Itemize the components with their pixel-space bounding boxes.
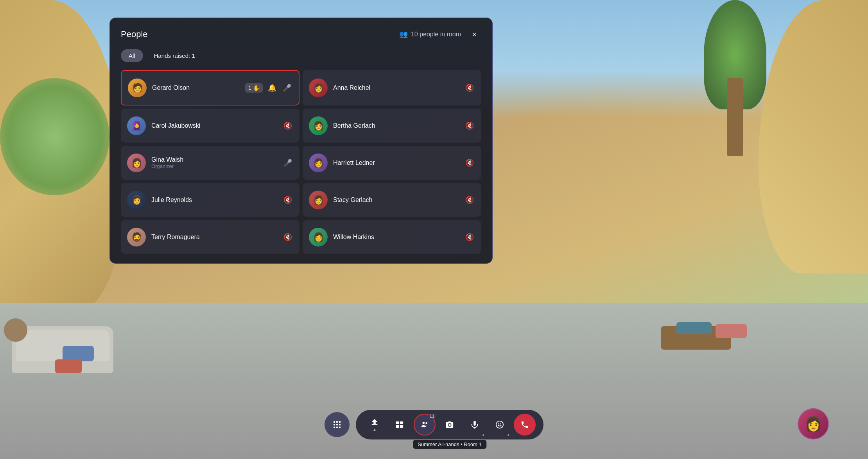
avatar-emoji-stacy: 👩	[313, 195, 324, 205]
person-row-stacy: 👩 Stacy Gerlach 🔇	[303, 183, 481, 217]
gallery-button[interactable]	[389, 414, 411, 436]
grid-view-button[interactable]	[325, 412, 350, 437]
svg-rect-8	[339, 427, 341, 428]
person-info-harriett: Harriett Ledner	[333, 159, 459, 166]
person-name-willow: Willow Harkins	[333, 234, 459, 241]
svg-rect-7	[336, 427, 338, 428]
person-row-willow: 👩 Willow Harkins 🔇	[303, 220, 481, 254]
svg-point-16	[496, 421, 503, 428]
pillow-salmon	[716, 324, 747, 338]
avatar-terry: 🧔	[127, 228, 146, 246]
svg-point-18	[500, 423, 501, 425]
person-name-anna: Anna Reichel	[333, 84, 459, 91]
close-button[interactable]: ×	[467, 27, 481, 41]
avatar-harriett: 👩	[309, 154, 328, 172]
people-count-label: 10 people in room	[411, 31, 461, 38]
person-actions-anna: 🔇	[464, 82, 475, 93]
person-name-harriett: Harriett Ledner	[333, 159, 459, 166]
bell-icon[interactable]: 🔔	[267, 82, 278, 93]
reactions-caret: ▲	[507, 433, 510, 436]
svg-rect-6	[334, 427, 335, 428]
camera-button[interactable]	[439, 414, 461, 436]
person-info-julie: Julie Reynolds	[151, 196, 277, 204]
person-row-terry: 🧔 Terry Romaguera 🔇	[121, 220, 299, 254]
present-button[interactable]: ▲	[364, 414, 386, 436]
avatar-emoji-gerard: 🧑	[132, 83, 143, 93]
mic-icon-gerard[interactable]: 🎤	[282, 82, 292, 93]
hand-emoji: ✋	[253, 85, 260, 91]
mic-muted-harriett[interactable]: 🔇	[464, 157, 475, 168]
end-call-button[interactable]	[514, 414, 536, 436]
avatar-emoji-julie: 👩	[131, 195, 142, 205]
person-row-bertha: 👩 Bertha Gerlach 🔇	[303, 109, 481, 143]
person-name-gerard: Gerard Olson	[152, 84, 240, 91]
avatar-willow: 👩	[309, 228, 328, 246]
mic-muted-carol[interactable]: 🔇	[282, 120, 293, 131]
tree-trunk	[727, 78, 743, 156]
person-role-gina: Organizer	[151, 163, 277, 169]
mic-muted-bertha[interactable]: 🔇	[464, 120, 475, 131]
mic-muted-willow[interactable]: 🔇	[464, 232, 475, 243]
panel-header-right: 👥 10 people in room ×	[399, 27, 481, 41]
avatar-emoji-harriett: 👩	[313, 158, 324, 168]
person-name-terry: Terry Romaguera	[151, 234, 277, 241]
avatar-gerard: 🧑	[128, 79, 147, 97]
person-name-carol: Carol Jakubowski	[151, 122, 277, 129]
mic-muted-anna[interactable]: 🔇	[464, 82, 475, 93]
person-name-julie: Julie Reynolds	[151, 196, 277, 204]
session-label: Summer All-hands • Room 1	[413, 440, 486, 449]
tab-all[interactable]: All	[121, 49, 143, 62]
person-actions-harriett: 🔇	[464, 157, 475, 168]
person-row-gina: 👩 Gina Walsh Organizer 🎤	[121, 146, 299, 180]
grass	[0, 78, 109, 195]
reactions-button[interactable]: ▲	[489, 414, 511, 436]
person-row-julie: 👩 Julie Reynolds 🔇	[121, 183, 299, 217]
person-row-gerard: 🧑 Gerard Olson 1 ✋ 🔔 🎤	[121, 70, 299, 105]
avatar-carol: 🧕	[127, 116, 146, 135]
close-icon: ×	[472, 30, 477, 39]
person-actions-willow: 🔇	[464, 232, 475, 243]
avatar-julie: 👩	[127, 191, 146, 209]
person-name-bertha: Bertha Gerlach	[333, 122, 459, 129]
person-name-gina: Gina Walsh	[151, 156, 277, 163]
people-panel: People 👥 10 people in room × All Hands r…	[109, 18, 493, 264]
hand-raised-badge[interactable]: 1 ✋	[245, 83, 263, 93]
svg-rect-10	[400, 421, 403, 424]
person-name-stacy: Stacy Gerlach	[333, 196, 459, 204]
pillow-blue	[63, 346, 94, 361]
mic-active-gina[interactable]: 🎤	[282, 157, 293, 168]
mic-muted-stacy[interactable]: 🔇	[464, 195, 475, 205]
mic-caret: ▲	[482, 433, 485, 436]
people-button[interactable]: 11	[414, 414, 436, 436]
person-actions-carol: 🔇	[282, 120, 293, 131]
avatar-emoji-terry: 🧔	[131, 232, 142, 242]
user-avatar[interactable]: 👩	[798, 408, 829, 439]
people-grid: 🧑 Gerard Olson 1 ✋ 🔔 🎤 👩 Anna Reichel	[121, 70, 481, 254]
avatar-stacy: 👩	[309, 191, 328, 209]
svg-rect-2	[339, 421, 341, 423]
avatar-gina: 👩	[127, 154, 146, 172]
mic-button[interactable]: ▲	[464, 414, 486, 436]
svg-rect-11	[396, 425, 399, 428]
small-table	[4, 318, 27, 342]
svg-rect-5	[339, 424, 341, 425]
mic-muted-terry[interactable]: 🔇	[282, 232, 293, 243]
svg-point-17	[498, 423, 499, 425]
person-info-stacy: Stacy Gerlach	[333, 196, 459, 204]
person-actions-terry: 🔇	[282, 232, 293, 243]
person-info-bertha: Bertha Gerlach	[333, 122, 459, 129]
svg-point-15	[448, 424, 451, 426]
panel-title: People	[121, 29, 148, 39]
people-count-icon: 👥	[399, 30, 408, 39]
tabs-row: All Hands raised: 1	[121, 49, 481, 62]
avatar-emoji-gina: 👩	[131, 158, 142, 168]
person-info-anna: Anna Reichel	[333, 84, 459, 91]
person-actions-gerard: 1 ✋ 🔔 🎤	[245, 82, 292, 93]
svg-rect-4	[336, 424, 338, 425]
svg-rect-1	[336, 421, 338, 423]
panel-header: People 👥 10 people in room ×	[121, 27, 481, 41]
person-actions-stacy: 🔇	[464, 195, 475, 205]
mic-muted-julie[interactable]: 🔇	[282, 195, 293, 205]
avatar-anna: 👩	[309, 79, 328, 97]
tab-hands-raised[interactable]: Hands raised: 1	[148, 49, 201, 62]
